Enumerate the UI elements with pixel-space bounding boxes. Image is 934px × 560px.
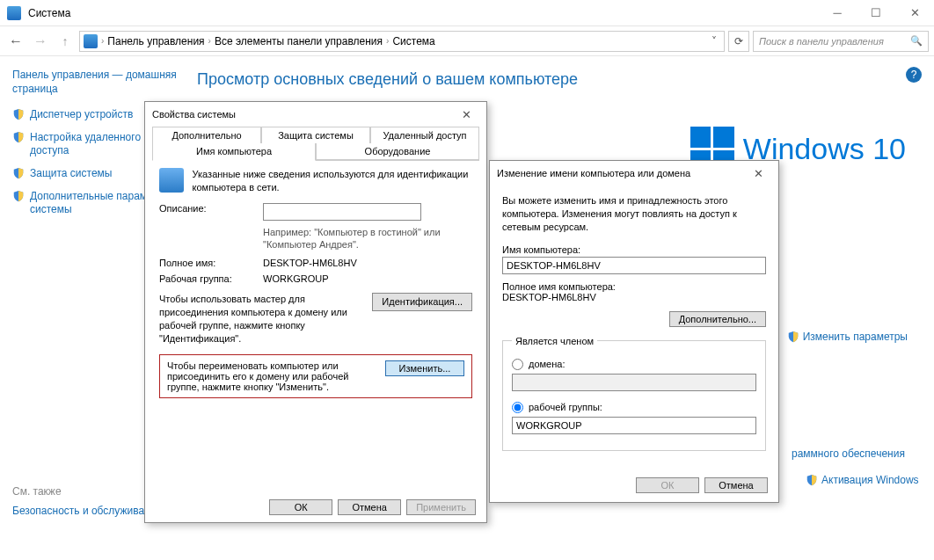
workgroup-label: рабочей группы: <box>529 402 602 412</box>
chevron-right-icon: › <box>208 36 211 46</box>
tab-computer-name[interactable]: Имя компьютера <box>152 143 316 161</box>
software-text-fragment: раммного обеспечения <box>792 447 905 460</box>
shield-icon <box>12 131 25 143</box>
fullname-label: Полное имя: <box>159 258 256 268</box>
fullname-label: Полное имя компьютера: <box>502 281 766 292</box>
change-button[interactable]: Изменить... <box>385 360 464 376</box>
back-button[interactable]: ← <box>5 31 26 52</box>
description-input[interactable] <box>263 203 421 221</box>
security-maint-link[interactable]: Безопасность и обслуживание <box>12 505 162 517</box>
tab-protection[interactable]: Защита системы <box>261 127 370 143</box>
tab-advanced[interactable]: Дополнительно <box>152 127 261 143</box>
help-icon[interactable]: ? <box>906 67 922 83</box>
breadcrumb[interactable]: › Панель управления › Все элементы панел… <box>79 31 725 52</box>
more-button[interactable]: Дополнительно... <box>669 311 766 327</box>
search-input[interactable]: Поиск в панели управления 🔍 <box>753 31 929 52</box>
computer-name-input[interactable] <box>502 257 766 274</box>
computer-name-label: Имя компьютера: <box>502 244 766 255</box>
close-icon[interactable]: ✕ <box>745 167 771 180</box>
workgroup-value: WORKGROUP <box>263 273 472 284</box>
intro-text: Вы можете изменить имя и принадлежность … <box>502 194 766 234</box>
chevron-right-icon: › <box>101 36 104 46</box>
chevron-down-icon[interactable]: ˅ <box>708 35 720 47</box>
see-also-heading: См. также <box>12 485 62 498</box>
member-of-group: Является членом домена: рабочей группы: <box>502 336 766 451</box>
shield-icon <box>787 331 799 343</box>
dialog-title: Свойства системы <box>152 109 453 120</box>
forward-button[interactable]: → <box>30 31 51 52</box>
window-titlebar: Система ─ ☐ ✕ <box>0 0 934 26</box>
control-panel-home-link[interactable]: Панель управления — домашняя страница <box>12 69 181 96</box>
identify-button[interactable]: Идентификация... <box>372 293 472 311</box>
apply-button[interactable]: Применить <box>406 499 476 515</box>
search-icon: 🔍 <box>910 35 923 47</box>
member-of-legend: Является членом <box>512 336 597 346</box>
breadcrumb-item[interactable]: Система <box>392 35 434 47</box>
domain-radio[interactable] <box>512 359 523 370</box>
close-button[interactable]: ✕ <box>895 0 934 26</box>
tab-remote[interactable]: Удаленный доступ <box>370 127 479 143</box>
change-hint: Чтобы переименовать компьютер или присое… <box>167 360 378 392</box>
ok-button[interactable]: ОК <box>636 477 699 493</box>
chevron-right-icon: › <box>386 36 389 46</box>
control-panel-icon <box>84 34 98 48</box>
toolbar: ← → ↑ › Панель управления › Все элементы… <box>0 26 934 56</box>
minimize-button[interactable]: ─ <box>818 0 857 26</box>
workgroup-input[interactable] <box>512 417 756 434</box>
system-icon <box>7 6 21 20</box>
shield-icon <box>12 167 25 179</box>
breadcrumb-item[interactable]: Панель управления <box>107 35 204 47</box>
description-label: Описание: <box>159 203 256 214</box>
computer-icon <box>159 168 184 193</box>
change-settings-link[interactable]: Изменить параметры <box>787 331 908 343</box>
breadcrumb-item[interactable]: Все элементы панели управления <box>215 35 383 47</box>
ok-button[interactable]: ОК <box>269 499 332 515</box>
fullname-value: DESKTOP-HM6L8HV <box>502 292 766 302</box>
workgroup-radio[interactable] <box>512 402 523 413</box>
search-placeholder: Поиск в панели управления <box>759 36 884 47</box>
shield-icon <box>12 108 25 120</box>
page-heading: Просмотр основных сведений о вашем компь… <box>193 56 934 98</box>
main-content: Просмотр основных сведений о вашем компь… <box>193 56 934 98</box>
identify-hint: Чтобы использовать мастер для присоедине… <box>159 293 365 345</box>
workgroup-label: Рабочая группа: <box>159 273 256 284</box>
change-highlight-box: Чтобы переименовать компьютер или присое… <box>159 354 472 398</box>
dialog-title: Изменение имени компьютера или домена <box>497 168 745 178</box>
window-title: Система <box>28 7 818 19</box>
domain-label: домена: <box>529 359 565 369</box>
intro-text: Указанные ниже сведения используются для… <box>193 168 472 194</box>
description-hint: Например: "Компьютер в гостиной" или "Ко… <box>263 226 472 251</box>
shield-icon <box>12 190 25 202</box>
shield-icon <box>806 474 818 486</box>
cancel-button[interactable]: Отмена <box>704 477 768 493</box>
system-properties-dialog: Свойства системы ✕ Дополнительно Защита … <box>144 101 487 523</box>
fullname-value: DESKTOP-HM6L8HV <box>263 258 472 268</box>
activation-link[interactable]: Активация Windows <box>806 474 919 486</box>
rename-computer-dialog: Изменение имени компьютера или домена ✕ … <box>489 160 779 503</box>
cancel-button[interactable]: Отмена <box>338 499 401 515</box>
domain-input <box>512 374 756 391</box>
close-icon[interactable]: ✕ <box>453 108 479 121</box>
up-button[interactable]: ↑ <box>55 31 76 52</box>
refresh-button[interactable]: ⟳ <box>728 31 749 52</box>
maximize-button[interactable]: ☐ <box>857 0 895 26</box>
tab-hardware[interactable]: Оборудование <box>316 143 479 160</box>
